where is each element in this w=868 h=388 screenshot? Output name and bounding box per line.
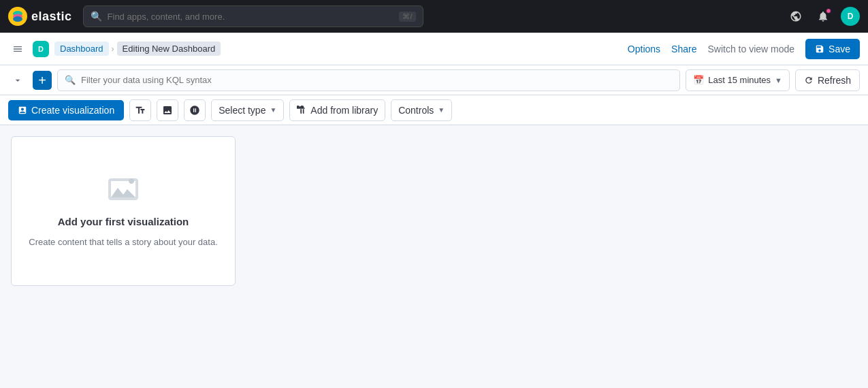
filter-toggle-button[interactable] [8, 71, 27, 90]
create-visualization-button[interactable]: Create visualization [8, 100, 124, 120]
visualization-icon [18, 106, 27, 115]
elastic-logo-icon [8, 7, 27, 26]
add-from-library-button[interactable]: Add from library [289, 99, 385, 121]
switch-view-button[interactable]: Switch to view mode [707, 44, 794, 54]
controls-chevron: ▼ [438, 106, 445, 114]
breadcrumb: Dashboard › Editing New Dashboard [54, 42, 221, 56]
create-viz-label: Create visualization [31, 105, 114, 116]
library-icon [297, 106, 306, 115]
elastic-logo[interactable]: elastic [8, 7, 72, 26]
chevron-down-icon: ▼ [775, 76, 782, 84]
time-picker[interactable]: 📅 Last 15 minutes ▼ [686, 69, 790, 91]
global-search-bar[interactable]: 🔍 ⌘/ [83, 5, 423, 27]
text-tool-button[interactable] [129, 99, 151, 121]
kql-input-wrap[interactable]: 🔍 [57, 69, 680, 91]
kql-input[interactable] [81, 75, 673, 85]
options-button[interactable]: Options [628, 44, 660, 54]
save-icon [815, 44, 824, 54]
image-tool-button[interactable] [157, 99, 178, 121]
notifications-icon[interactable] [814, 7, 833, 26]
refresh-button[interactable]: Refresh [795, 69, 860, 91]
placeholder-title: Add your first visualization [58, 216, 189, 227]
select-type-label: Select type [219, 105, 266, 116]
controls-label: Controls [398, 105, 434, 116]
controls-tool-button[interactable] [184, 99, 206, 121]
filter-bar: + 🔍 📅 Last 15 minutes ▼ Refresh [0, 65, 868, 95]
share-button[interactable]: Share [671, 44, 696, 54]
select-type-chevron: ▼ [270, 106, 276, 114]
refresh-icon [804, 76, 814, 85]
breadcrumb-current: Editing New Dashboard [117, 42, 221, 56]
svg-point-3 [13, 16, 22, 22]
secondary-nav: D Dashboard › Editing New Dashboard Opti… [0, 33, 868, 65]
placeholder-description: Create content that tells a story about … [29, 236, 218, 249]
calendar-icon: 📅 [693, 75, 704, 85]
visualization-placeholder: Add your first visualization Create cont… [11, 136, 236, 286]
app-name-label: elastic [31, 10, 72, 24]
main-content: Add your first visualization Create cont… [0, 125, 868, 329]
breadcrumb-separator: › [112, 44, 114, 54]
controls-dropdown-button[interactable]: Controls ▼ [391, 99, 452, 121]
breadcrumb-home[interactable]: Dashboard [54, 42, 109, 56]
nav-actions: Options Share Switch to view mode Save [628, 39, 860, 59]
top-nav: elastic 🔍 ⌘/ D [0, 0, 868, 33]
integrations-icon[interactable] [786, 7, 805, 26]
time-label: Last 15 minutes [708, 75, 771, 85]
refresh-label: Refresh [818, 75, 851, 86]
search-shortcut-badge: ⌘/ [399, 12, 415, 22]
save-button[interactable]: Save [805, 39, 860, 59]
nav-right-icons: D [786, 7, 860, 26]
hamburger-button[interactable] [8, 39, 27, 59]
d-badge: D [33, 41, 49, 57]
kql-search-icon: 🔍 [65, 75, 76, 85]
add-library-label: Add from library [310, 105, 378, 116]
add-filter-button[interactable]: + [33, 71, 52, 90]
select-type-button[interactable]: Select type ▼ [211, 99, 284, 121]
visualization-placeholder-icon [107, 173, 140, 208]
search-icon: 🔍 [91, 11, 102, 22]
global-search-input[interactable] [108, 12, 394, 22]
user-avatar[interactable]: D [841, 7, 860, 26]
toolbar: Create visualization Select type ▼ Add f… [0, 95, 868, 125]
